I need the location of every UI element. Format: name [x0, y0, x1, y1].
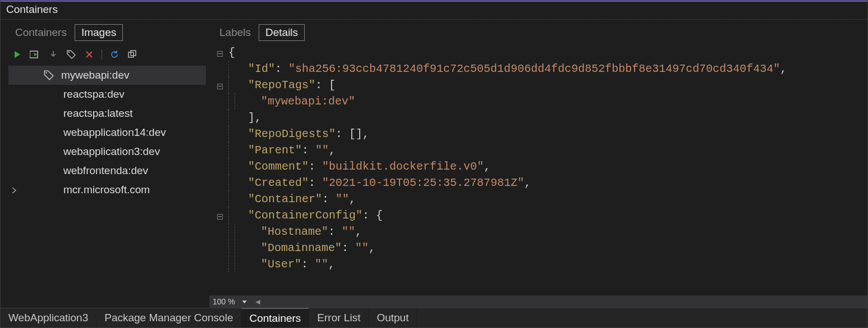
image-row[interactable]: reactspa:latest: [8, 104, 206, 123]
image-row[interactable]: webapplication3:dev: [8, 142, 206, 161]
panel-title: Containers: [1, 2, 867, 20]
window-tabs: WebApplication3 Package Manager Console …: [1, 308, 867, 327]
image-tree: mywebapi:dev reactspa:dev reactspa:lates…: [8, 65, 206, 306]
image-toolbar: [8, 44, 206, 65]
right-tabstrip: Labels Details: [213, 24, 867, 41]
wtab-error-list[interactable]: Error List: [309, 308, 369, 327]
scroll-left-icon[interactable]: ◄: [254, 297, 263, 306]
image-row[interactable]: webapplication14:dev: [8, 123, 206, 142]
zoom-level[interactable]: 100 %: [213, 297, 235, 306]
json-viewer[interactable]: { "Id": "sha256:93ccb4781240f91c72c505d1…: [209, 44, 867, 295]
zoom-bar: 100 % ▼ ◄: [209, 295, 867, 308]
pull-icon[interactable]: [47, 48, 60, 61]
image-label: mywebapi:dev: [61, 69, 129, 81]
tab-containers[interactable]: Containers: [8, 24, 74, 41]
svg-point-4: [45, 72, 47, 74]
json-id: sha256:93ccb4781240f91c72c505d1d906dd4fd…: [295, 62, 773, 75]
svg-point-1: [68, 52, 70, 53]
prune-icon[interactable]: [126, 48, 139, 61]
tab-labels[interactable]: Labels: [213, 24, 258, 41]
image-label: reactspa:dev: [63, 88, 125, 101]
tag-icon: [43, 70, 54, 81]
image-group-row[interactable]: mcr.microsoft.com: [8, 180, 206, 199]
image-label: webapplication14:dev: [63, 126, 166, 139]
left-tabstrip: Containers Images: [8, 24, 206, 41]
image-label: webapplication3:dev: [63, 145, 160, 158]
image-row[interactable]: webfrontenda:dev: [8, 161, 206, 180]
toolbar-separator: [102, 49, 102, 60]
chevron-down-icon[interactable]: ▼: [241, 299, 249, 304]
image-row[interactable]: reactspa:dev: [8, 85, 206, 104]
tab-images[interactable]: Images: [75, 24, 123, 41]
json-repotag: mywebapi:dev: [268, 95, 348, 108]
image-label: webfrontenda:dev: [63, 165, 148, 177]
tab-details[interactable]: Details: [259, 24, 305, 41]
fold-icon[interactable]: [217, 51, 223, 57]
refresh-icon[interactable]: [108, 48, 121, 61]
image-group-label: mcr.microsoft.com: [63, 184, 150, 196]
run-icon[interactable]: [11, 48, 24, 61]
delete-icon[interactable]: [82, 48, 96, 61]
image-label: reactspa:latest: [63, 107, 133, 120]
chevron-right-icon[interactable]: [11, 184, 19, 192]
image-row[interactable]: mywebapi:dev: [8, 66, 206, 85]
json-created: 2021-10-19T05:25:35.2787981Z: [329, 176, 517, 189]
wtab-containers[interactable]: Containers: [241, 308, 309, 328]
fold-icon[interactable]: [217, 84, 223, 89]
fold-icon[interactable]: [217, 214, 223, 220]
wtab-package-manager-console[interactable]: Package Manager Console: [97, 308, 241, 327]
json-comment: buildkit.dockerfile.v0: [329, 160, 477, 173]
wtab-webapplication3[interactable]: WebApplication3: [1, 308, 97, 327]
wtab-output[interactable]: Output: [369, 308, 417, 327]
run-window-icon[interactable]: [29, 48, 42, 61]
tag-icon[interactable]: [65, 48, 78, 61]
